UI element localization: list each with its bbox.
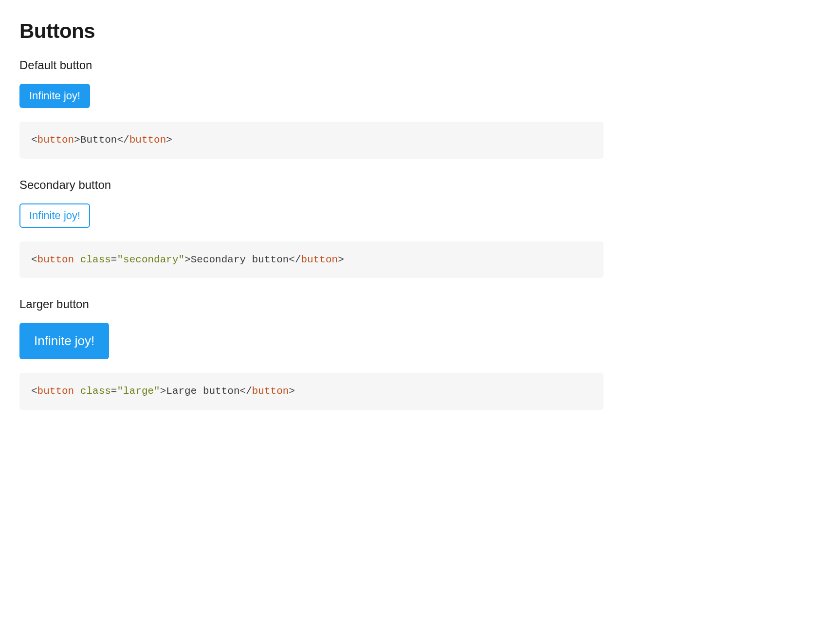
section-default: Default button Infinite joy! <button>But… (19, 58, 603, 159)
code-token: </ (117, 134, 129, 146)
code-token: > (289, 386, 295, 397)
code-token: button (37, 386, 74, 397)
code-token: > (160, 386, 166, 397)
code-token: button (129, 134, 166, 146)
section-secondary: Secondary button Infinite joy! <button c… (19, 178, 603, 278)
code-token: < (31, 386, 37, 397)
code-token (74, 386, 80, 397)
code-token: </ (289, 254, 301, 265)
code-token: < (31, 254, 37, 265)
code-block-secondary: <button class="secondary">Secondary butt… (19, 241, 603, 278)
code-token: button (37, 134, 74, 146)
code-token: "secondary" (117, 254, 184, 265)
default-button[interactable]: Infinite joy! (19, 84, 90, 108)
page-title: Buttons (19, 19, 603, 43)
code-token: button (252, 386, 289, 397)
code-token: class (80, 254, 111, 265)
code-token: > (74, 134, 80, 146)
code-token (74, 254, 80, 265)
code-token: button (301, 254, 338, 265)
code-token: </ (240, 386, 252, 397)
code-token: "large" (117, 386, 160, 397)
section-large-title: Larger button (19, 297, 603, 311)
code-token: = (111, 386, 117, 397)
code-token: Secondary button (191, 254, 289, 265)
code-token: > (338, 254, 344, 265)
code-token: < (31, 134, 37, 146)
code-token: Button (80, 134, 117, 146)
code-token: > (184, 254, 191, 265)
code-block-large: <button class="large">Large button</butt… (19, 373, 603, 410)
code-block-default: <button>Button</button> (19, 122, 603, 159)
section-secondary-title: Secondary button (19, 178, 603, 192)
page-container: Buttons Default button Infinite joy! <bu… (19, 19, 603, 410)
code-token: Large button (166, 386, 239, 397)
code-token: button (37, 254, 74, 265)
code-token: class (80, 386, 111, 397)
code-token: = (111, 254, 117, 265)
section-default-title: Default button (19, 58, 603, 72)
code-token: > (166, 134, 172, 146)
large-button[interactable]: Infinite joy! (19, 323, 109, 359)
section-large: Larger button Infinite joy! <button clas… (19, 297, 603, 410)
secondary-button[interactable]: Infinite joy! (19, 203, 90, 228)
